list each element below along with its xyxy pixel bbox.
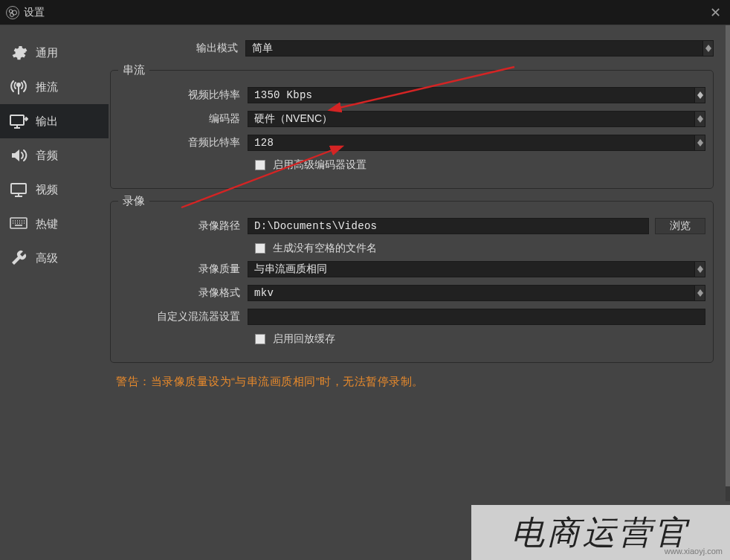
svg-marker-37	[697, 293, 703, 297]
gear-icon	[9, 43, 28, 62]
sidebar-item-label: 输出	[36, 115, 58, 129]
browse-button[interactable]: 浏览	[655, 218, 705, 234]
custom-muxer-input[interactable]	[248, 309, 705, 325]
monitor-icon	[9, 180, 28, 199]
adv-encoder-checkbox[interactable]	[255, 160, 265, 170]
dropdown-arrows-icon	[694, 286, 705, 300]
sidebar-item-label: 推流	[36, 80, 58, 94]
record-group: 录像 录像路径 D:\Documents\Videos 浏览 生成没有空格的文件…	[110, 201, 714, 363]
sidebar-item-advanced[interactable]: 高级	[0, 241, 109, 275]
encoder-label: 编码器	[118, 112, 248, 126]
audio-bitrate-label: 音频比特率	[118, 136, 248, 149]
watermark-sub: www.xiaoyj.com	[665, 547, 723, 556]
speaker-icon	[9, 146, 28, 165]
svg-marker-33	[697, 143, 703, 147]
tools-icon	[9, 248, 28, 268]
dropdown-arrows-icon	[694, 112, 705, 126]
stream-group-title: 串流	[118, 63, 149, 77]
sidebar-item-output[interactable]: 输出	[0, 104, 109, 138]
sidebar-item-stream[interactable]: 推流	[0, 70, 109, 104]
sidebar-item-label: 视频	[36, 183, 58, 197]
window-title: 设置	[24, 6, 45, 19]
svg-marker-29	[697, 95, 703, 99]
record-quality-label: 录像质量	[118, 263, 248, 276]
sidebar-item-general[interactable]: 通用	[0, 36, 109, 70]
svg-rect-9	[11, 184, 26, 193]
svg-marker-35	[697, 269, 703, 273]
adv-encoder-checkbox-label: 启用高级编码器设置	[273, 158, 366, 172]
svg-point-4	[17, 83, 20, 86]
content-scrollbar[interactable]	[726, 25, 730, 501]
output-mode-dropdown[interactable]: 简单	[245, 40, 714, 57]
sidebar: 通用 推流 输出 音频 视频	[0, 25, 109, 560]
stream-group: 串流 视频比特率 1350 Kbps 编码器 硬件（NVENC）	[110, 70, 714, 189]
sidebar-item-label: 高级	[36, 251, 58, 265]
sidebar-item-audio[interactable]: 音频	[0, 138, 109, 173]
close-icon[interactable]: ✕	[708, 4, 723, 21]
obs-app-icon	[6, 6, 19, 19]
broadcast-icon	[9, 77, 28, 97]
audio-bitrate-value: 128	[254, 137, 274, 149]
output-mode-value: 简单	[252, 42, 273, 55]
titlebar: 设置 ✕	[0, 0, 730, 25]
sidebar-item-label: 通用	[36, 46, 58, 60]
sidebar-item-label: 热键	[36, 217, 58, 231]
record-path-value: D:\Documents\Videos	[254, 220, 377, 232]
dropdown-arrows-icon	[694, 262, 705, 277]
custom-muxer-label: 自定义混流器设置	[118, 310, 248, 324]
output-monitor-icon	[9, 112, 28, 131]
sidebar-item-hotkeys[interactable]: 热键	[0, 207, 109, 241]
video-bitrate-spinner[interactable]: 1350 Kbps	[248, 87, 705, 103]
filename-nospace-label: 生成没有空格的文件名	[273, 242, 377, 255]
replay-buffer-checkbox[interactable]	[255, 334, 265, 344]
encoder-value: 硬件（NVENC）	[254, 112, 332, 126]
browse-button-label: 浏览	[670, 219, 691, 233]
record-format-value: mkv	[254, 287, 274, 299]
spinner-arrows-icon[interactable]	[694, 88, 705, 103]
record-format-label: 录像格式	[118, 286, 248, 300]
record-group-title: 录像	[118, 194, 149, 208]
dropdown-arrows-icon	[694, 135, 705, 150]
video-bitrate-value: 1350 Kbps	[254, 89, 312, 101]
audio-bitrate-dropdown[interactable]: 128	[248, 135, 705, 151]
warning-text: 警告：当录像质量设为“与串流画质相同”时，无法暂停录制。	[116, 375, 714, 389]
encoder-dropdown[interactable]: 硬件（NVENC）	[248, 111, 705, 127]
record-format-dropdown[interactable]: mkv	[248, 285, 705, 301]
record-path-label: 录像路径	[118, 219, 248, 233]
watermark: 电商运营官 www.xiaoyj.com	[471, 505, 730, 560]
record-quality-dropdown[interactable]: 与串流画质相同	[248, 261, 705, 277]
record-path-input[interactable]: D:\Documents\Videos	[248, 218, 649, 234]
content-pane: 输出模式 简单 串流 视频比特率 1350 Kbps	[109, 25, 730, 560]
svg-marker-31	[697, 119, 703, 123]
dropdown-arrows-icon	[702, 41, 713, 56]
svg-marker-27	[705, 48, 711, 52]
svg-rect-6	[10, 115, 24, 125]
filename-nospace-checkbox[interactable]	[255, 243, 265, 254]
sidebar-item-video[interactable]: 视频	[0, 173, 109, 207]
video-bitrate-label: 视频比特率	[118, 88, 248, 102]
replay-buffer-label: 启用回放缓存	[273, 332, 335, 346]
sidebar-item-label: 音频	[36, 149, 58, 163]
watermark-text: 电商运营官	[511, 511, 690, 555]
scrollbar-thumb[interactable]	[726, 25, 730, 486]
output-mode-label: 输出模式	[109, 42, 245, 55]
record-quality-value: 与串流画质相同	[254, 263, 327, 276]
keyboard-icon	[9, 214, 28, 234]
